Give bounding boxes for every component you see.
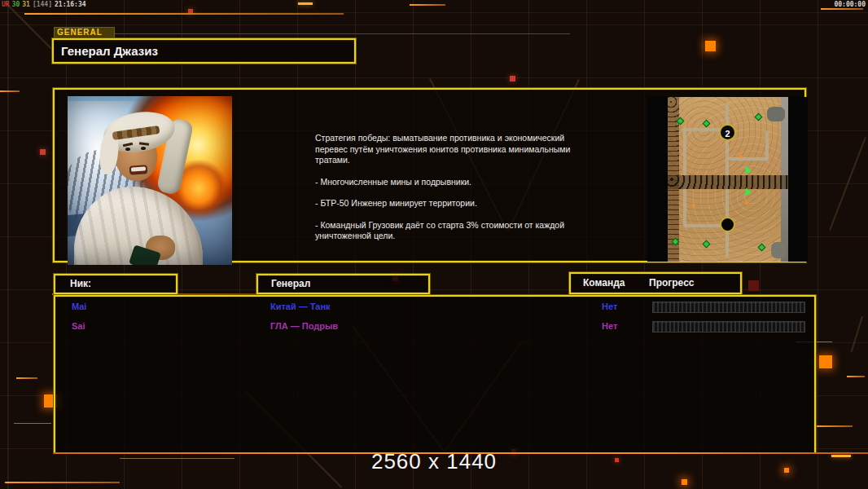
fps-segment: UR xyxy=(2,1,10,8)
deco-square xyxy=(40,149,46,155)
players-panel: Mai Китай — Танк Нет Sai ГЛА — Подрыв Не… xyxy=(54,295,816,453)
start-position-marker: 2 xyxy=(719,124,736,141)
deco-line xyxy=(16,377,37,379)
strategy-paragraph: - Многочисленные мины и подрывники. xyxy=(315,177,585,188)
column-header-label: Команда xyxy=(583,274,625,293)
column-header-label: Генерал xyxy=(271,278,310,289)
unit-marker xyxy=(739,155,743,158)
deco-line xyxy=(815,425,853,427)
minimap-road xyxy=(728,157,769,161)
column-header-nick: Ник: xyxy=(54,274,178,294)
deco-line xyxy=(847,376,865,377)
general-title-box: Генерал Джазиз xyxy=(52,38,356,64)
strategy-paragraph: - БТР-50 Инженер минирует территории. xyxy=(315,198,585,209)
progress-bar xyxy=(652,321,805,333)
player-nick: Sai xyxy=(72,321,85,331)
player-general: Китай — Танк xyxy=(270,302,331,311)
deco-line xyxy=(298,2,313,5)
column-header-general: Генерал xyxy=(256,274,430,294)
deco-square xyxy=(682,479,687,485)
match-timer: 00:00:00 xyxy=(834,1,866,8)
general-tab: GENERAL xyxy=(54,27,115,38)
strategy-paragraph: - Командный Грузовик даёт со старта 3% с… xyxy=(315,220,585,242)
deco-line xyxy=(114,33,570,34)
unit-marker xyxy=(745,201,748,205)
player-team: Нет xyxy=(602,321,617,331)
deco-square xyxy=(510,76,515,82)
player-nick: Mai xyxy=(72,302,86,311)
minimap-cliff-blob xyxy=(771,242,786,258)
fps-overlay: UR3031[144]21:16:34 xyxy=(2,1,89,8)
deco-line xyxy=(0,90,20,92)
progress-bar xyxy=(652,302,805,313)
strategy-paragraph: Стратегия победы: выматывание противника… xyxy=(315,133,585,166)
deco-line xyxy=(14,423,51,424)
player-general: ГЛА — Подрыв xyxy=(270,321,338,331)
deco-square xyxy=(705,41,716,51)
unit-marker xyxy=(692,204,695,207)
strategy-text: Стратегия победы: выматывание противника… xyxy=(315,133,585,253)
loading-screen: UR3031[144]21:16:34 00:00:00 GENERAL Ген… xyxy=(0,0,868,489)
resolution-label: 2560 x 1440 xyxy=(0,449,868,474)
column-header-team-progress: Команда Прогресс xyxy=(569,272,742,294)
fps-segment: 21:16:34 xyxy=(55,1,86,8)
deco-line xyxy=(24,13,344,15)
player-row: Sai ГЛА — Подрыв Нет xyxy=(55,319,814,337)
deco-square xyxy=(819,355,832,368)
deco-square xyxy=(748,280,759,291)
briefing-panel: Стратегия победы: выматывание противника… xyxy=(53,88,806,262)
deco-line xyxy=(821,8,863,10)
player-row: Mai Китай — Танк Нет xyxy=(55,299,814,317)
column-header-label: Прогресс xyxy=(649,274,694,293)
minimap-terrain: 2 xyxy=(668,97,788,262)
fps-segment: 30 xyxy=(12,1,20,8)
minimap-cliff-blob xyxy=(767,107,785,121)
player-team: Нет xyxy=(602,302,617,311)
minimap-road xyxy=(765,131,769,161)
general-portrait xyxy=(68,96,232,265)
minimap-debris-band xyxy=(668,175,788,189)
fps-segment: [144] xyxy=(33,1,52,8)
portrait-vignette xyxy=(68,96,232,265)
column-header-label: Ник: xyxy=(70,278,91,289)
general-title: Генерал Джазиз xyxy=(61,44,158,58)
deco-line xyxy=(5,482,120,483)
start-position-marker xyxy=(720,217,735,232)
deco-line xyxy=(410,4,445,6)
fps-segment: 31 xyxy=(22,1,30,8)
minimap: 2 xyxy=(647,97,808,262)
